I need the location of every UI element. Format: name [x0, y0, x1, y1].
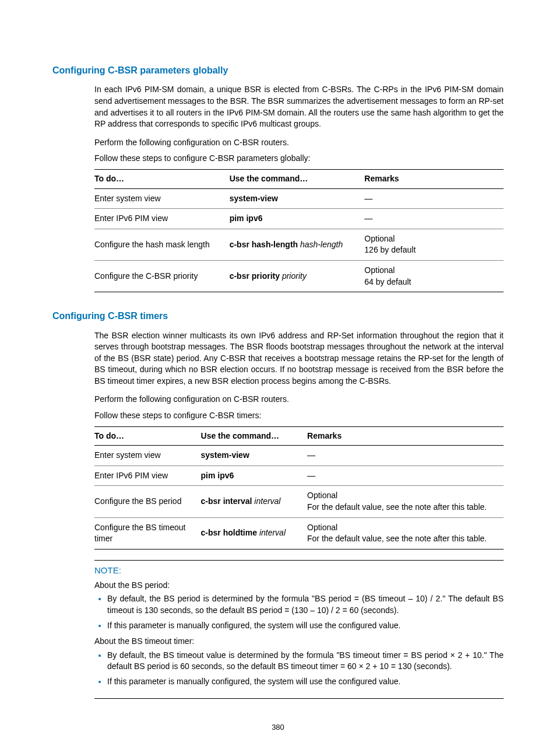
table-cell: Enter system view — [94, 446, 201, 466]
table-cell: Enter system view — [94, 188, 230, 209]
table-cell: — — [307, 446, 504, 466]
table-cbsr-global: To do… Use the command… Remarks Enter sy… — [94, 169, 504, 292]
table-cell: system-view — [201, 446, 308, 466]
note-heading: NOTE: — [94, 560, 504, 576]
table-row: Configure the BS period c-bsr interval i… — [94, 486, 504, 517]
table-cell: — — [364, 209, 504, 229]
table-header: Remarks — [307, 426, 504, 446]
paragraph: The BSR election winner multicasts its o… — [94, 330, 504, 387]
page-number: 380 — [52, 722, 504, 733]
table-cell: c-bsr holdtime interval — [201, 517, 308, 549]
note-list: By default, the BS period is determined … — [94, 593, 504, 631]
table-cell: Optional 126 by default — [364, 229, 504, 260]
table-header: Use the command… — [201, 426, 308, 446]
section-heading-cbsr-timers: Configuring C-BSR timers — [52, 310, 504, 323]
note-block: About the BS period: By default, the BS … — [94, 580, 504, 699]
list-item: If this parameter is manually configured… — [107, 676, 504, 688]
table-row: Enter IPv6 PIM view pim ipv6 — — [94, 466, 504, 486]
note-list: By default, the BS timeout value is dete… — [94, 650, 504, 688]
table-cell: Optional 64 by default — [364, 260, 504, 292]
table-header: Remarks — [364, 169, 504, 188]
note-subheading: About the BS timeout timer: — [94, 636, 504, 648]
table-cell: — — [307, 466, 504, 486]
list-item: By default, the BS timeout value is dete… — [107, 650, 504, 673]
table-header: To do… — [94, 426, 201, 446]
table-cell: Optional For the default value, see the … — [307, 517, 504, 549]
note-subheading: About the BS period: — [94, 580, 504, 592]
paragraph: Perform the following configuration on C… — [94, 394, 504, 405]
table-cell: Configure the BS period — [94, 486, 201, 517]
paragraph: Follow these steps to configure C-BSR ti… — [94, 410, 504, 422]
table-row: Enter system view system-view — — [94, 188, 504, 209]
table-cell: pim ipv6 — [201, 466, 308, 486]
table-cell: c-bsr hash-length hash-length — [230, 229, 365, 260]
table-cell: Enter IPv6 PIM view — [94, 209, 230, 229]
paragraph: Follow these steps to configure C-BSR pa… — [94, 153, 504, 164]
paragraph: In each IPv6 PIM-SM domain, a unique BSR… — [94, 84, 504, 130]
table-cell: — — [364, 188, 504, 209]
table-cell: system-view — [230, 188, 365, 209]
list-item: By default, the BS period is determined … — [107, 593, 504, 616]
table-row: Enter system view system-view — — [94, 446, 504, 466]
table-row: Configure the C-BSR priority c-bsr prior… — [94, 260, 504, 292]
table-header: Use the command… — [230, 169, 365, 188]
list-item: If this parameter is manually configured… — [107, 620, 504, 632]
section-heading-cbsr-global: Configuring C-BSR parameters globally — [52, 64, 504, 77]
paragraph: Perform the following configuration on C… — [94, 137, 504, 149]
table-cbsr-timers: To do… Use the command… Remarks Enter sy… — [94, 426, 504, 550]
table-cell: pim ipv6 — [230, 209, 365, 229]
table-row: Enter IPv6 PIM view pim ipv6 — — [94, 209, 504, 229]
table-cell: Optional For the default value, see the … — [307, 486, 504, 517]
table-header: To do… — [94, 169, 230, 188]
table-cell: Configure the BS timeout timer — [94, 517, 201, 549]
table-cell: Configure the C-BSR priority — [94, 260, 230, 292]
table-cell: Configure the hash mask length — [94, 229, 230, 260]
table-row: Configure the BS timeout timer c-bsr hol… — [94, 517, 504, 549]
table-cell: c-bsr interval interval — [201, 486, 308, 517]
table-cell: c-bsr priority priority — [230, 260, 365, 292]
table-cell: Enter IPv6 PIM view — [94, 466, 201, 486]
table-row: Configure the hash mask length c-bsr has… — [94, 229, 504, 260]
